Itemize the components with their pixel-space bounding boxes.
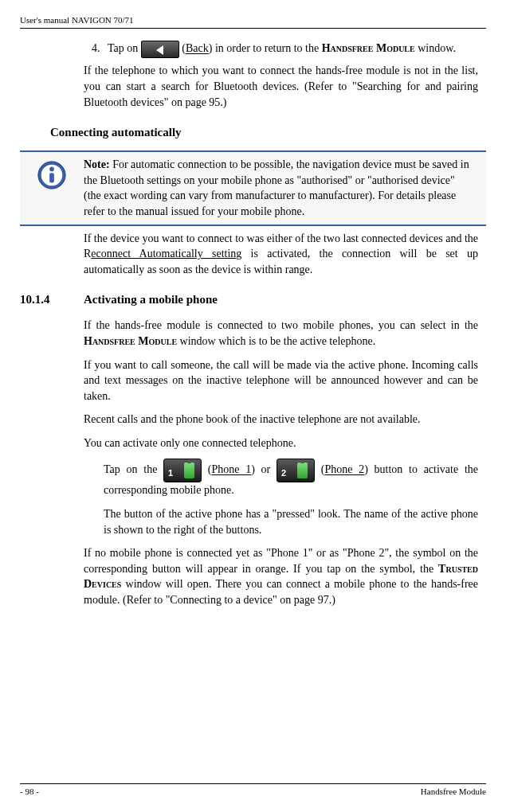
note-text: Note: For automatic connection to be pos…: [84, 157, 478, 219]
phone-1-num: 1: [168, 467, 173, 479]
phone-1-link: Phone 1: [211, 464, 251, 476]
text-a: If no mobile phone is connected yet as "…: [84, 547, 478, 575]
back-link: Back: [186, 43, 209, 55]
phone-icon: [184, 463, 194, 478]
back-button-icon: [141, 41, 179, 58]
text-post1: ) in order to return to the: [209, 43, 322, 55]
para-search-bluetooth: If the telephone to which you want to co…: [84, 63, 478, 110]
phone-icon: [297, 463, 308, 478]
phone-2-button-icon: 2: [277, 459, 315, 482]
svg-point-2: [49, 167, 54, 172]
text-mid: ) or: [251, 464, 277, 476]
para-not-available: Recent calls and the phone book of the i…: [84, 412, 478, 427]
para-one-phone: You can activate only one connected tele…: [84, 435, 478, 451]
section-number: 10.1.4: [20, 291, 84, 308]
phone-2-link: Phone 2: [324, 464, 364, 476]
section-title: Activating a mobile phone: [84, 291, 218, 308]
note-icon: [20, 157, 84, 190]
note-body: For automatic connection to be possible,…: [84, 158, 469, 217]
para-pressed-look: The button of the active phone has a "pr…: [104, 506, 478, 537]
text-pre: Tap on: [108, 43, 141, 55]
footer-title: Handsfree Module: [421, 786, 486, 798]
phone-2-num: 2: [281, 467, 286, 479]
para-active-phone: If you want to call someone, the call wi…: [84, 357, 478, 404]
page-header: User's manual NAVIGON 70/71: [20, 14, 486, 29]
svg-rect-3: [49, 173, 54, 182]
note-box: Note: For automatic connection to be pos…: [20, 150, 486, 225]
handsfree-module-text-2: Handsfree Module: [84, 335, 177, 347]
text-b: window which is to be the active telepho…: [177, 335, 375, 347]
phone-1-button-icon: 1: [163, 459, 202, 482]
para-reconnect: If the device you want to connect to was…: [84, 231, 478, 278]
info-icon: [37, 160, 67, 190]
para-two-phones: If the hands-free module is connected to…: [84, 318, 478, 349]
page-footer: - 98 - Handsfree Module: [20, 783, 486, 798]
step-body: Tap on (Back) in order to return to the …: [108, 41, 478, 58]
text-pre: Tap on the: [104, 464, 163, 476]
phone-buttons-block: Tap on the 1 (Phone 1) or 2 (Phone 2) bu…: [84, 459, 478, 537]
step-number: 4.: [84, 41, 108, 58]
text-b: window will open. There you can connect …: [84, 578, 478, 606]
section-header: 10.1.4 Activating a mobile phone: [20, 291, 478, 308]
heading-connecting-auto: Connecting automatically: [50, 124, 478, 141]
reconnect-link: econnect Automatically settin: [91, 248, 236, 260]
page-number: - 98 -: [20, 786, 39, 798]
note-label: Note:: [84, 158, 110, 170]
para-trusted-devices: If no mobile phone is connected yet as "…: [84, 545, 478, 607]
para-tap-phone: Tap on the 1 (Phone 1) or 2 (Phone 2) bu…: [104, 459, 478, 498]
header-title: User's manual NAVIGON 70/71: [20, 14, 486, 26]
text-post2: window.: [415, 43, 456, 55]
handsfree-module-text: Handsfree Module: [322, 43, 415, 55]
text-a: If the hands-free module is connected to…: [84, 319, 478, 331]
step-4: 4. Tap on (Back) in order to return to t…: [84, 41, 478, 58]
